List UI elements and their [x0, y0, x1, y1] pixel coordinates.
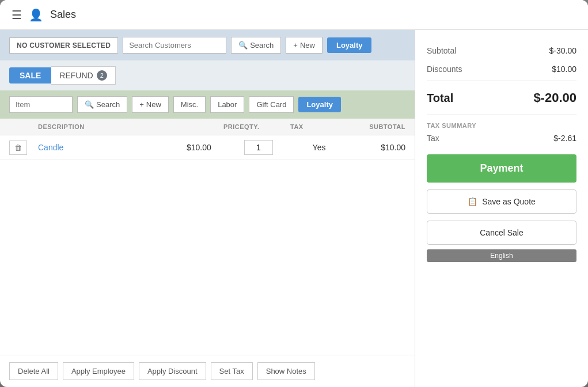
qty-input[interactable] [244, 140, 273, 155]
new-customer-button[interactable]: + New [286, 37, 323, 54]
search-customers-input[interactable] [123, 37, 226, 54]
tax-value: $-2.61 [553, 134, 576, 143]
item-new-button[interactable]: + New [132, 96, 169, 113]
total-value: $-20.00 [533, 90, 576, 105]
tax-summary-title: TAX SUMMARY [427, 117, 576, 131]
item-tax: Yes [290, 143, 348, 152]
plus-icon: + [293, 41, 298, 50]
no-customer-button[interactable]: NO CUSTOMER SELECTED [9, 37, 118, 54]
th-action [9, 123, 38, 130]
labor-button[interactable]: Labor [210, 96, 244, 113]
th-description: DESCRIPTION [38, 123, 187, 130]
th-subtotal: SUBTOTAL [348, 123, 405, 130]
total-divider [427, 115, 576, 115]
show-notes-button[interactable]: Show Notes [257, 362, 315, 380]
item-qty[interactable] [244, 140, 290, 155]
app-window: ☰ 👤 Sales NO CUSTOMER SELECTED 🔍 Search … [0, 0, 588, 387]
item-price: $10.00 [187, 143, 244, 152]
tax-summary-row: Tax $-2.61 [427, 131, 576, 145]
language-badge: English [427, 249, 576, 262]
tab-sale[interactable]: SALE [9, 67, 51, 84]
subtotal-label: Subtotal [427, 46, 456, 55]
delete-row-button[interactable]: 🗑 [9, 141, 27, 155]
tab-refund[interactable]: REFUND 2 [51, 66, 115, 85]
search-icon: 🔍 [85, 100, 94, 109]
search-customers-button[interactable]: 🔍 Search [231, 37, 281, 54]
tabs-bar: SALE REFUND 2 [0, 60, 415, 90]
discounts-value: $10.00 [552, 64, 576, 74]
tax-label: Tax [427, 134, 439, 143]
table-header: DESCRIPTION PRICE QTY. TAX SUBTOTAL [0, 119, 415, 135]
menu-icon[interactable]: ☰ [12, 8, 22, 22]
misc-button[interactable]: Misc. [173, 96, 206, 113]
discounts-label: Discounts [427, 64, 462, 74]
user-icon: 👤 [29, 8, 43, 22]
left-panel: NO CUSTOMER SELECTED 🔍 Search + New Loya… [0, 30, 415, 387]
loyalty-item-button[interactable]: Loyalty [298, 97, 341, 112]
items-table: DESCRIPTION PRICE QTY. TAX SUBTOTAL 🗑 Ca… [0, 119, 415, 355]
summary-divider [427, 81, 576, 81]
row-action: 🗑 [9, 141, 38, 155]
item-subtotal: $10.00 [348, 143, 405, 152]
action-bar: Delete All Apply Employee Apply Discount… [0, 355, 415, 387]
total-row: Total $-20.00 [427, 84, 576, 112]
main-layout: NO CUSTOMER SELECTED 🔍 Search + New Loya… [0, 30, 588, 387]
gift-card-button[interactable]: Gift Card [249, 96, 294, 113]
payment-button[interactable]: Payment [427, 154, 576, 183]
loyalty-top-button[interactable]: Loyalty [327, 37, 372, 53]
total-label: Total [427, 92, 453, 105]
cancel-sale-button[interactable]: Cancel Sale [427, 221, 576, 245]
page-title: Sales [50, 9, 76, 21]
item-search-button[interactable]: 🔍 Search [77, 96, 127, 113]
th-qty: QTY. [244, 123, 290, 130]
apply-employee-button[interactable]: Apply Employee [63, 362, 134, 380]
customer-bar: NO CUSTOMER SELECTED 🔍 Search + New Loya… [0, 30, 415, 60]
item-bar: 🔍 Search + New Misc. Labor Gift Card Loy… [0, 90, 415, 119]
refund-badge: 2 [97, 70, 107, 81]
right-panel: Subtotal $-30.00 Discounts $10.00 Total … [415, 30, 588, 387]
save-quote-button[interactable]: 📋 Save as Quote [427, 189, 576, 214]
delete-all-button[interactable]: Delete All [9, 362, 58, 380]
subtotal-value: $-30.00 [549, 46, 576, 55]
apply-discount-button[interactable]: Apply Discount [139, 362, 206, 380]
topbar: ☰ 👤 Sales [0, 0, 588, 30]
quote-icon: 📋 [468, 197, 477, 206]
table-row: 🗑 Candle $10.00 Yes $10.00 [0, 135, 415, 160]
th-price: PRICE [187, 123, 244, 130]
plus-icon: + [139, 100, 144, 109]
subtotal-row: Subtotal $-30.00 [427, 41, 576, 60]
item-search-input[interactable] [9, 96, 73, 113]
discounts-row: Discounts $10.00 [427, 60, 576, 78]
search-icon: 🔍 [238, 41, 248, 50]
th-tax: TAX [290, 123, 348, 130]
item-name[interactable]: Candle [38, 143, 187, 152]
set-tax-button[interactable]: Set Tax [211, 362, 253, 380]
